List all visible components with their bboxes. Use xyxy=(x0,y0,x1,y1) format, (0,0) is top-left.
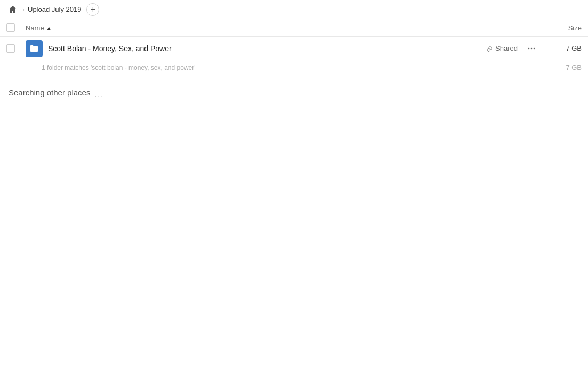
add-button[interactable]: + xyxy=(86,3,99,16)
file-row[interactable]: Scott Bolan - Money, Sex, and Power Shar… xyxy=(0,37,588,60)
svg-point-2 xyxy=(534,47,535,49)
sub-size: 7 GB xyxy=(539,63,582,71)
svg-point-1 xyxy=(531,47,533,49)
breadcrumb-bar: › Upload July 2019 + xyxy=(0,0,588,19)
select-all-checkbox[interactable] xyxy=(6,23,15,32)
sub-text-row: 1 folder matches 'scott bolan - money, s… xyxy=(0,60,588,75)
row-checkbox[interactable] xyxy=(6,44,15,53)
searching-section: Searching other places xyxy=(0,75,588,110)
more-icon xyxy=(527,44,536,53)
more-options-button[interactable] xyxy=(524,41,539,56)
size-column-header: Size xyxy=(539,24,582,32)
file-size: 7 GB xyxy=(539,44,582,52)
row-checkbox-col xyxy=(6,44,26,53)
breadcrumb-current: Upload July 2019 xyxy=(28,5,81,13)
breadcrumb-separator: › xyxy=(22,6,25,13)
sort-indicator: ▲ xyxy=(46,25,52,31)
folder-link-icon xyxy=(29,44,39,53)
searching-label: Searching other places xyxy=(9,88,579,97)
file-name: Scott Bolan - Money, Sex, and Power xyxy=(48,44,486,53)
sub-text: 1 folder matches 'scott bolan - money, s… xyxy=(42,64,539,71)
link-icon xyxy=(486,45,493,52)
home-button[interactable] xyxy=(6,3,19,16)
svg-point-0 xyxy=(528,47,530,49)
shared-label: Shared xyxy=(495,44,518,52)
home-icon xyxy=(9,5,17,14)
searching-dots xyxy=(94,90,105,97)
header-checkbox-col xyxy=(6,23,26,32)
file-icon xyxy=(26,40,43,57)
shared-badge: Shared xyxy=(486,44,518,52)
file-actions: Shared xyxy=(486,41,539,56)
column-headers: Name ▲ Size xyxy=(0,19,588,37)
name-column-header[interactable]: Name ▲ xyxy=(26,24,539,32)
